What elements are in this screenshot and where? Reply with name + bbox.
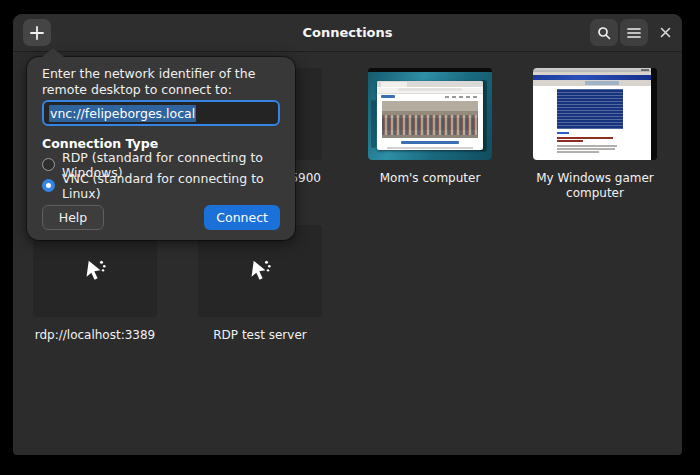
decor bbox=[557, 145, 617, 147]
decor bbox=[557, 148, 615, 150]
connection-label: Mom's computer bbox=[368, 171, 492, 186]
connect-prompt: Enter the network identifier of the remo… bbox=[42, 66, 280, 98]
decor bbox=[387, 147, 473, 149]
network-identifier-input[interactable]: vnc://felipeborges.local bbox=[42, 100, 280, 126]
search-icon bbox=[597, 26, 611, 40]
titlebar: Connections bbox=[13, 14, 682, 52]
radio-vnc-label: VNC (standard for connecting to Linux) bbox=[62, 171, 280, 201]
decor bbox=[585, 81, 619, 85]
decor bbox=[381, 82, 407, 87]
decor bbox=[377, 81, 483, 87]
thumb-ie-page bbox=[533, 86, 651, 160]
connections-window: Connections bbox=[13, 14, 682, 455]
window-title: Connections bbox=[13, 14, 682, 51]
radio-checked-icon[interactable] bbox=[42, 179, 55, 192]
decor bbox=[381, 95, 395, 98]
thumb-browser-window bbox=[377, 81, 483, 150]
pointer-cursor-icon bbox=[82, 258, 108, 284]
radio-unchecked-icon[interactable] bbox=[42, 158, 55, 171]
search-button[interactable] bbox=[590, 19, 618, 46]
connection-label: RDP test server bbox=[198, 328, 322, 343]
popover-arrow bbox=[42, 48, 64, 57]
new-connection-popover: Enter the network identifier of the remo… bbox=[27, 57, 295, 240]
hamburger-menu-icon bbox=[627, 27, 641, 39]
connection-label: rdp://localhost:3389 bbox=[33, 328, 157, 343]
main-menu-button[interactable] bbox=[620, 19, 648, 46]
close-icon bbox=[660, 27, 671, 38]
connection-label: My Windows gamer computer bbox=[533, 171, 657, 201]
decor bbox=[398, 88, 462, 91]
close-window-button[interactable] bbox=[651, 19, 679, 46]
decor bbox=[401, 141, 459, 144]
connection-tile-rdp-test-server: RDP test server bbox=[198, 225, 322, 343]
decor bbox=[641, 69, 649, 71]
decor bbox=[557, 137, 613, 139]
radio-vnc[interactable]: VNC (standard for connecting to Linux) bbox=[42, 177, 280, 194]
input-selected-text: vnc://felipeborges.local bbox=[49, 105, 196, 122]
decor bbox=[371, 100, 376, 148]
decor bbox=[557, 132, 569, 134]
connection-tile-moms-computer: Mom's computer bbox=[368, 68, 492, 186]
pointer-cursor-icon bbox=[247, 258, 273, 284]
connect-button[interactable]: Connect bbox=[204, 205, 280, 230]
decor bbox=[651, 68, 657, 160]
decor bbox=[557, 140, 583, 142]
decor bbox=[377, 94, 483, 100]
help-button[interactable]: Help bbox=[42, 205, 104, 230]
thumb-gnome-wallpaper bbox=[368, 72, 492, 160]
connection-tile-rdp-localhost: rdp://localhost:3389 bbox=[33, 225, 157, 343]
connection-tile-windows-gamer: My Windows gamer computer bbox=[533, 68, 657, 201]
connection-thumbnail[interactable] bbox=[533, 68, 657, 160]
connection-thumbnail[interactable] bbox=[368, 68, 492, 160]
decor bbox=[557, 151, 599, 153]
thumb-group-photo bbox=[382, 101, 478, 138]
decor bbox=[445, 96, 479, 98]
thumb-selected-text-block bbox=[557, 89, 623, 129]
popover-buttons: Help Connect bbox=[42, 205, 280, 230]
